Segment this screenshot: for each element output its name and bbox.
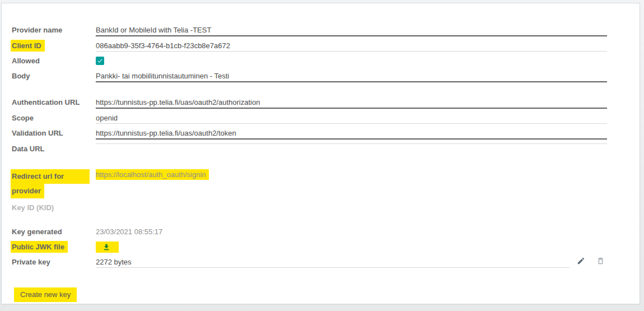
private-key-label: Private key <box>12 257 96 268</box>
trash-icon <box>596 257 605 265</box>
field-row-auth-url: Authentication URL https://tunnistus-pp.… <box>12 97 640 109</box>
field-row-provider-name: Provider name BankId or MobileId with Te… <box>12 25 640 36</box>
public-jwk-label: Public JWK file <box>11 241 68 253</box>
client-id-input[interactable]: 086aabb9-35f3-4764-b1cb-f23cb8e7a672 <box>96 40 607 52</box>
key-id-label: Key ID (KID) <box>12 202 96 213</box>
field-row-redirect-url: Redirect url for provider https://localh… <box>12 169 640 198</box>
data-url-label: Data URL <box>12 143 96 155</box>
scope-label: Scope <box>12 113 96 124</box>
provider-name-label: Provider name <box>12 25 96 36</box>
provider-name-input[interactable]: BankId or MobileId with Telia -TEST <box>96 25 607 36</box>
delete-private-key-button[interactable] <box>596 257 605 265</box>
allowed-checkbox[interactable] <box>96 57 104 65</box>
body-label: Body <box>12 71 96 82</box>
scope-input[interactable]: openid <box>96 113 607 124</box>
provider-form-sheet: Provider name BankId or MobileId with Te… <box>1 3 640 304</box>
redirect-url-value: https://localhost/auth_oauth/signin <box>96 169 209 180</box>
auth-url-label: Authentication URL <box>12 97 96 108</box>
key-generated-value: 23/03/2021 08:55:17 <box>96 226 607 237</box>
client-id-label: Client ID <box>11 40 45 52</box>
field-row-client-id: Client ID 086aabb9-35f3-4764-b1cb-f23cb8… <box>12 40 640 52</box>
download-icon <box>102 243 110 251</box>
field-row-allowed: Allowed <box>12 55 640 67</box>
checkmark-icon <box>97 58 103 64</box>
field-row-data-url: Data URL <box>12 143 640 155</box>
create-new-key-button[interactable]: Create new key <box>14 287 77 302</box>
private-key-input[interactable]: 2272 bytes <box>96 257 570 268</box>
edit-private-key-button[interactable] <box>577 257 585 265</box>
auth-url-input[interactable]: https://tunnistus-pp.telia.fi/uas/oauth2… <box>96 97 607 109</box>
validation-url-label: Validation URL <box>12 128 96 139</box>
field-row-body: Body Pankki- tai mobiilitunnistautuminen… <box>12 71 640 82</box>
body-input[interactable]: Pankki- tai mobiilitunnistautuminen - Te… <box>96 71 607 82</box>
field-row-key-generated: Key generated 23/03/2021 08:55:17 <box>12 226 640 238</box>
field-row-public-jwk: Public JWK file <box>12 242 640 254</box>
field-row-private-key: Private key 2272 bytes <box>12 257 640 268</box>
field-row-scope: Scope openid <box>12 113 640 124</box>
pencil-icon <box>577 257 585 265</box>
validation-url-input[interactable]: https://tunnistus-pp.telia.fi/uas/oauth2… <box>96 128 607 140</box>
field-row-key-id: Key ID (KID) <box>12 202 640 213</box>
download-jwk-button[interactable] <box>96 242 119 253</box>
data-url-input[interactable] <box>96 143 607 144</box>
field-row-validation-url: Validation URL https://tunnistus-pp.teli… <box>12 128 640 140</box>
allowed-label: Allowed <box>12 55 96 67</box>
key-generated-label: Key generated <box>12 226 96 238</box>
redirect-url-label: Redirect url for provider <box>12 169 96 198</box>
